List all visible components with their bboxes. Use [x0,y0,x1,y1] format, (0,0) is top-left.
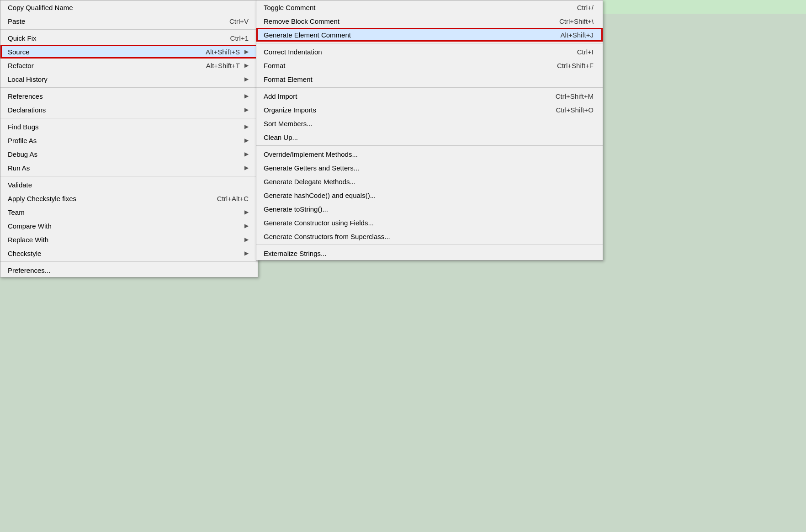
arrow-icon-replace-with: ▶ [244,236,249,243]
shortcut-correct-indentation: Ctrl+I [577,48,594,56]
submenu-item-externalize-strings[interactable]: Externalize Strings... [256,246,603,260]
menu-right-local-history: ▶ [240,76,249,82]
menu-label-refactor: Refactor [8,62,34,69]
arrow-icon-refactor: ▶ [244,62,249,69]
shortcut-source: Alt+Shift+S [206,48,240,56]
submenu-label-generate-getters-setters: Generate Getters and Setters... [264,164,359,172]
menu-item-team[interactable]: Team▶ [0,205,258,219]
menu-item-compare-with[interactable]: Compare With▶ [0,219,258,233]
submenu-right-add-import: Ctrl+Shift+M [537,92,594,100]
menu-item-profile-as[interactable]: Profile As▶ [0,133,258,147]
submenu-item-remove-block-comment[interactable]: Remove Block CommentCtrl+Shift+\ [256,14,603,28]
arrow-icon-profile-as: ▶ [244,137,249,144]
context-menu-right: Toggle CommentCtrl+/Remove Block Comment… [256,0,603,261]
menu-item-paste[interactable]: PasteCtrl+V [0,14,258,28]
submenu-item-generate-delegate[interactable]: Generate Delegate Methods... [256,175,603,188]
arrow-icon-declarations: ▶ [244,106,249,113]
submenu-label-format: Format [264,62,286,69]
menu-right-refactor: Alt+Shift+T▶ [188,62,249,69]
menu-item-apply-checkstyle[interactable]: Apply Checkstyle fixesCtrl+Alt+C [0,192,258,205]
menu-item-copy-qualified-name[interactable]: Copy Qualified Name [0,0,258,14]
separator [0,87,258,88]
separator [0,29,258,30]
submenu-item-add-import[interactable]: Add ImportCtrl+Shift+M [256,89,603,103]
shortcut-apply-checkstyle: Ctrl+Alt+C [217,195,249,202]
submenu-label-add-import: Add Import [264,92,297,100]
submenu-right-format: Ctrl+Shift+F [539,62,594,69]
submenu-item-generate-tostring[interactable]: Generate toString()... [256,202,603,216]
submenu-item-generate-element-comment[interactable]: Generate Element CommentAlt+Shift+J [256,28,603,42]
menu-item-debug-as[interactable]: Debug As▶ [0,147,258,161]
menu-item-refactor[interactable]: RefactorAlt+Shift+T▶ [0,59,258,72]
submenu-item-format-element[interactable]: Format Element [256,72,603,86]
menu-label-debug-as: Debug As [8,150,37,158]
menu-item-quick-fix[interactable]: Quick FixCtrl+1 [0,31,258,45]
shortcut-organize-imports: Ctrl+Shift+O [556,106,594,114]
menu-right-apply-checkstyle: Ctrl+Alt+C [199,195,249,202]
menu-right-run-as: ▶ [240,165,249,171]
menu-right-debug-as: ▶ [240,151,249,157]
submenu-item-generate-constructor-fields[interactable]: Generate Constructor using Fields... [256,216,603,229]
menu-item-run-as[interactable]: Run As▶ [0,161,258,175]
submenu-item-generate-getters-setters[interactable]: Generate Getters and Setters... [256,161,603,175]
menu-label-compare-with: Compare With [8,222,52,230]
shortcut-toggle-comment: Ctrl+/ [577,4,594,11]
menu-label-run-as: Run As [8,164,30,172]
submenu-label-sort-members: Sort Members... [264,120,313,128]
menu-right-team: ▶ [240,209,249,215]
submenu-item-generate-hashcode-equals[interactable]: Generate hashCode() and equals()... [256,188,603,202]
separator [256,245,603,245]
submenu-item-generate-constructors-superclass[interactable]: Generate Constructors from Superclass... [256,229,603,243]
arrow-icon-team: ▶ [244,209,249,215]
submenu-item-organize-imports[interactable]: Organize ImportsCtrl+Shift+O [256,103,603,117]
submenu-label-generate-hashcode-equals: Generate hashCode() and equals()... [264,192,376,199]
menu-label-team: Team [8,208,25,216]
submenu-right-remove-block-comment: Ctrl+Shift+\ [541,17,594,25]
menu-item-validate[interactable]: Validate [0,178,258,192]
menu-right-checkstyle: ▶ [240,250,249,256]
submenu-item-format[interactable]: FormatCtrl+Shift+F [256,59,603,72]
arrow-icon-compare-with: ▶ [244,223,249,229]
submenu-label-override-implement: Override/Implement Methods... [264,150,358,158]
menu-item-references[interactable]: References▶ [0,89,258,103]
menu-right-find-bugs: ▶ [240,123,249,130]
submenu-item-clean-up[interactable]: Clean Up... [256,130,603,144]
menu-right-quick-fix: Ctrl+1 [212,34,249,42]
shortcut-quick-fix: Ctrl+1 [230,34,249,42]
menu-item-find-bugs[interactable]: Find Bugs▶ [0,120,258,133]
submenu-label-correct-indentation: Correct Indentation [264,48,322,56]
shortcut-format: Ctrl+Shift+F [557,62,594,69]
submenu-item-correct-indentation[interactable]: Correct IndentationCtrl+I [256,45,603,59]
arrow-icon-local-history: ▶ [244,76,249,82]
menu-label-references: References [8,92,43,100]
submenu-label-externalize-strings: Externalize Strings... [264,250,327,257]
shortcut-paste: Ctrl+V [229,17,249,25]
menu-item-source[interactable]: SourceAlt+Shift+S▶ [0,45,258,59]
menu-item-checkstyle[interactable]: Checkstyle▶ [0,246,258,260]
submenu-item-sort-members[interactable]: Sort Members... [256,117,603,130]
submenu-right-correct-indentation: Ctrl+I [559,48,594,56]
submenu-right-toggle-comment: Ctrl+/ [559,4,594,11]
shortcut-generate-element-comment: Alt+Shift+J [560,31,594,39]
menu-right-compare-with: ▶ [240,223,249,229]
context-menu-left: Copy Qualified NamePasteCtrl+VQuick FixC… [0,0,258,277]
menu-right-replace-with: ▶ [240,236,249,243]
menu-label-apply-checkstyle: Apply Checkstyle fixes [8,195,76,202]
menu-item-local-history[interactable]: Local History▶ [0,72,258,86]
submenu-label-generate-element-comment: Generate Element Comment [264,31,351,39]
submenu-item-toggle-comment[interactable]: Toggle CommentCtrl+/ [256,0,603,14]
menu-label-validate: Validate [8,181,32,189]
menu-item-preferences[interactable]: Preferences... [0,263,258,277]
arrow-icon-source: ▶ [244,48,249,55]
menu-label-checkstyle: Checkstyle [8,250,41,257]
menu-label-replace-with: Replace With [8,236,48,244]
menu-item-replace-with[interactable]: Replace With▶ [0,233,258,246]
menu-label-source: Source [8,48,30,56]
submenu-label-generate-constructor-fields: Generate Constructor using Fields... [264,219,374,227]
separator [256,87,603,88]
menu-item-declarations[interactable]: Declarations▶ [0,103,258,117]
arrow-icon-debug-as: ▶ [244,151,249,157]
submenu-item-override-implement[interactable]: Override/Implement Methods... [256,147,603,161]
submenu-right-organize-imports: Ctrl+Shift+O [537,106,594,114]
separator [0,176,258,176]
